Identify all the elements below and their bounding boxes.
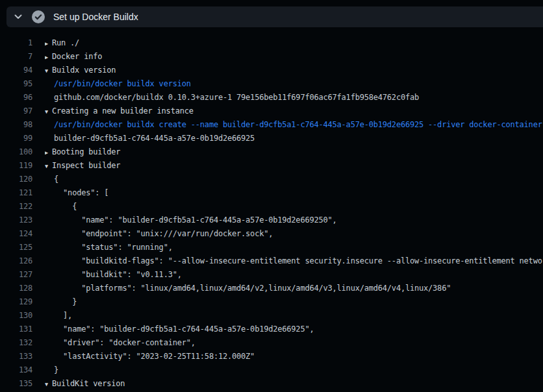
chevron-down-icon[interactable] [14,13,22,21]
log-line: 120 { [0,173,543,186]
log-line: 122 { [0,200,543,214]
log-text: builder-d9cfb5a1-c764-445a-a57e-0b19d2e6… [45,134,255,143]
log-line[interactable]: 7 ▶Docker info [0,50,543,64]
log-line: 96 github.com/docker/buildx 0.10.3+azure… [0,91,543,104]
log-text: "driver": "docker-container", [45,338,196,347]
log-line: 130 ], [0,309,543,323]
log-line-content: { [45,173,543,186]
log-line: 98 /usr/bin/docker buildx create --name … [0,118,543,132]
line-number[interactable]: 133 [0,350,32,363]
log-line-content: ], [45,309,543,323]
line-number[interactable]: 132 [0,336,32,350]
log-text: "name": "builder-d9cfb5a1-c764-445a-a57e… [45,325,314,334]
log-text: ], [45,311,72,320]
log-line-content: } [45,295,543,309]
log-line-content: "platforms": "linux/amd64,linux/amd64/v2… [45,282,543,295]
log-line-content: /usr/bin/docker buildx version [45,77,543,91]
log-text: Creating a new builder instance [52,106,194,116]
line-number[interactable]: 127 [0,268,32,282]
log-line-content: } [45,363,543,377]
log-line-content: ▼Inspect builder [45,159,543,173]
line-number[interactable]: 130 [0,309,32,323]
log-line-content: "status": "running", [45,241,543,254]
line-number[interactable]: 126 [0,254,32,268]
log-line: 124 "endpoint": "unix:///var/run/docker.… [0,227,543,241]
log-text: { [45,202,77,211]
log-line[interactable]: 97 ▼Creating a new builder instance [0,104,543,118]
line-number[interactable]: 121 [0,186,32,200]
line-number[interactable]: 100 [0,145,32,159]
log-line-content: "nodes": [ [45,186,543,200]
line-number[interactable]: 125 [0,241,32,254]
line-number[interactable]: 97 [0,104,32,118]
log-line-content: "lastActivity": "2023-02-25T11:58:12.000… [45,350,543,363]
log-line: 125 "status": "running", [0,241,543,254]
log-line-content: ▶Run ./ [45,36,543,50]
log-text: "endpoint": "unix:///var/run/docker.sock… [45,229,273,238]
line-number[interactable]: 134 [0,363,32,377]
log-line-content: { [45,200,543,214]
line-number[interactable]: 124 [0,227,32,241]
log-text: github.com/docker/buildx 0.10.3+azure-1 … [45,93,419,102]
log-line-content: "buildkit": "v0.11.3", [45,268,543,282]
log-line[interactable]: 100 ▶Booting builder [0,145,543,159]
log-text: "buildkit": "v0.11.3", [45,270,182,279]
log-line-content: "endpoint": "unix:///var/run/docker.sock… [45,227,543,241]
log-text: } [45,297,77,306]
log-line-content: "driver": "docker-container", [45,336,543,350]
line-number[interactable]: 95 [0,77,32,91]
log-line-content: /usr/bin/docker buildx create --name bui… [45,118,543,132]
triangle-right-icon[interactable]: ▶ [45,146,52,159]
log-text: BuildKit version [52,379,125,388]
line-number[interactable]: 99 [0,132,32,145]
log-text: /usr/bin/docker buildx version [45,79,191,88]
log-line-content: "name": "builder-d9cfb5a1-c764-445a-a57e… [45,214,543,227]
triangle-down-icon[interactable]: ▼ [45,160,52,173]
log-text: } [45,365,58,374]
log-line[interactable]: 119 ▼Inspect builder [0,159,543,173]
triangle-right-icon[interactable]: ▶ [45,37,52,50]
log-line: 128 "platforms": "linux/amd64,linux/amd6… [0,282,543,295]
log-text: Docker info [52,52,102,61]
line-number[interactable]: 7 [0,50,32,64]
triangle-down-icon[interactable]: ▼ [45,105,52,118]
step-header[interactable]: Set up Docker Buildx [6,6,543,27]
triangle-down-icon[interactable]: ▼ [45,64,52,77]
log-line[interactable]: 1 ▶Run ./ [0,36,543,50]
log-line-content: ▶Docker info [45,50,543,64]
triangle-down-icon[interactable]: ▼ [45,378,52,391]
log-text: Run ./ [52,38,79,47]
log-line[interactable]: 94 ▼Buildx version [0,64,543,77]
log-text: "buildkitd-flags": "--allow-insecure-ent… [45,256,543,265]
log-line-content: ▼Creating a new builder instance [45,104,543,118]
line-number[interactable]: 129 [0,295,32,309]
log-line: 123 "name": "builder-d9cfb5a1-c764-445a-… [0,214,543,227]
line-number[interactable]: 96 [0,91,32,104]
log-line: 131 "name": "builder-d9cfb5a1-c764-445a-… [0,323,543,336]
triangle-right-icon[interactable]: ▶ [45,51,52,64]
log-line-content: ▼Buildx version [45,64,543,77]
line-number[interactable]: 123 [0,214,32,227]
log-line: 99 builder-d9cfb5a1-c764-445a-a57e-0b19d… [0,132,543,145]
line-number[interactable]: 119 [0,159,32,173]
line-number[interactable]: 128 [0,282,32,295]
log-line: 134 } [0,363,543,377]
log-line: 127 "buildkit": "v0.11.3", [0,268,543,282]
line-number[interactable]: 122 [0,200,32,214]
log-line-content: ▼BuildKit version [45,377,543,391]
log-text: "name": "builder-d9cfb5a1-c764-445a-a57e… [45,215,337,225]
log-text: "nodes": [ [45,188,108,197]
log-line-content: ▶Booting builder [45,145,543,159]
line-number[interactable]: 98 [0,118,32,132]
log-line: 126 "buildkitd-flags": "--allow-insecure… [0,254,543,268]
line-number[interactable]: 94 [0,64,32,77]
line-number[interactable]: 131 [0,323,32,336]
log-line: 121 "nodes": [ [0,186,543,200]
line-number[interactable]: 135 [0,377,32,391]
line-number[interactable]: 1 [0,36,32,50]
log-line-content: "name": "builder-d9cfb5a1-c764-445a-a57e… [45,323,543,336]
log-text: "lastActivity": "2023-02-25T11:58:12.000… [45,352,255,361]
line-number[interactable]: 120 [0,173,32,186]
log-line: 129 } [0,295,543,309]
log-line[interactable]: 135 ▼BuildKit version [0,377,543,391]
